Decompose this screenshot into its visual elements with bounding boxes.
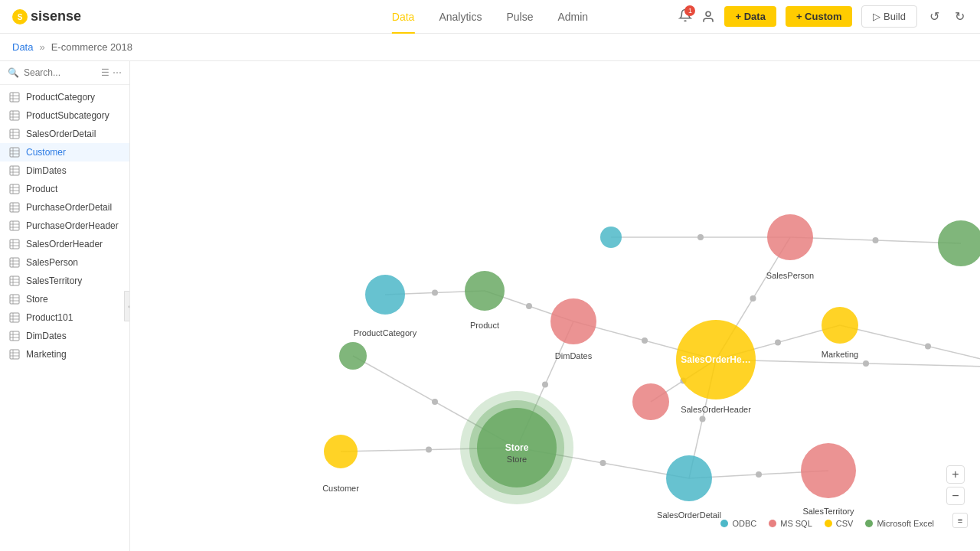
svg-rect-47 [10, 295, 19, 304]
logo-text: sisense [31, 8, 81, 24]
more-options-icon[interactable]: ⋯ [113, 67, 122, 78]
sidebar-item-customer[interactable]: Customer [0, 143, 129, 161]
graph-edge-midpoint [526, 303, 532, 309]
node-inner-label: Store [505, 442, 529, 453]
graph-node-cyantop[interactable] [600, 227, 622, 248]
sidebar-item-salesorderheader[interactable]: SalesOrderHeader [0, 235, 129, 253]
sidebar-item-store[interactable]: Store [0, 290, 129, 308]
graph-node-smallnode1[interactable] [339, 342, 367, 370]
sidebar-item-label: Customer [26, 147, 66, 158]
table-icon [9, 129, 20, 139]
sidebar-item-marketing[interactable]: Marketing [0, 345, 129, 364]
sidebar-item-salesterritory[interactable]: SalesTerritory [0, 272, 129, 290]
add-custom-button[interactable]: + Custom [786, 6, 853, 27]
sidebar-item-label: SalesOrderHeader [26, 239, 103, 249]
add-data-button[interactable]: + Data [724, 6, 776, 27]
legend: ODBC MS SQL CSV Microsoft Excel [720, 519, 934, 528]
sidebar-item-dimdates[interactable]: DimDates [0, 161, 129, 180]
svg-rect-55 [10, 331, 19, 341]
legend-label: ODBC [732, 519, 756, 528]
sidebar-item-label: PurchaseOrderHeader [26, 220, 119, 231]
node-circle [666, 455, 712, 501]
legend-dot [769, 520, 776, 527]
node-label: SalesOrderDetail [657, 510, 721, 520]
sidebar: 🔍 ☰ ⋯ ProductCategory [0, 61, 130, 551]
sidebar-item-product101[interactable]: Product101 [0, 308, 129, 327]
legend-item-odbc: ODBC [720, 519, 756, 528]
svg-rect-11 [10, 129, 19, 139]
breadcrumb-page: E-commerce 2018 [51, 41, 132, 53]
svg-point-2 [706, 11, 710, 16]
sidebar-item-label: PurchaseOrderDetail [26, 202, 112, 213]
graph-node-product[interactable]: Product [465, 271, 505, 330]
sidebar-item-productsubcategory[interactable]: ProductSubcategory [0, 106, 129, 125]
node-inner-label: SalesOrderHe… [681, 354, 750, 365]
sidebar-item-productcategory[interactable]: ProductCategory [0, 88, 129, 106]
table-icon [9, 349, 20, 360]
sidebar-item-label: ProductCategory [26, 92, 95, 103]
node-circle [938, 220, 980, 266]
network-graph: SalesOrderHeaderSalesOrderHe…StoreStoreP… [130, 61, 980, 551]
sidebar-item-salesorderdetail[interactable]: SalesOrderDetail [0, 125, 129, 143]
tab-analytics[interactable]: Analytics [439, 11, 482, 34]
tab-pulse[interactable]: Pulse [506, 11, 533, 34]
search-icon: 🔍 [8, 67, 19, 78]
search-input[interactable] [24, 67, 96, 78]
nav-right: 1 + Data + Custom ▷ Build ↺ ↻ [678, 5, 968, 28]
svg-rect-7 [10, 111, 19, 120]
legend-toggle-button[interactable]: ≡ [952, 513, 968, 528]
graph-node-biggreen[interactable] [938, 220, 980, 266]
undo-button[interactable]: ↺ [926, 6, 942, 27]
graph-node-marketing[interactable]: Marketing [822, 307, 858, 359]
table-icon [9, 165, 20, 176]
sidebar-item-salesperson[interactable]: SalesPerson [0, 253, 129, 272]
legend-label: Microsoft Excel [877, 519, 934, 528]
user-icon[interactable] [701, 10, 715, 24]
svg-rect-15 [10, 148, 19, 157]
graph-edge-midpoint [925, 344, 931, 350]
sidebar-item-purchaseorderdetail[interactable]: PurchaseOrderDetail [0, 198, 129, 217]
notifications[interactable]: 1 [678, 8, 692, 25]
breadcrumb-root[interactable]: Data [12, 41, 33, 53]
zoom-in-button[interactable]: + [946, 465, 965, 484]
sidebar-item-product[interactable]: Product [0, 180, 129, 198]
node-label: SalesPerson [766, 271, 814, 280]
graph-node-salesorderdetail[interactable]: SalesOrderDetail [657, 455, 721, 520]
tab-admin[interactable]: Admin [557, 11, 588, 34]
graph-node-salesorderheader[interactable]: SalesOrderHeaderSalesOrderHe… [676, 320, 756, 414]
sidebar-item-label: ProductSubcategory [26, 110, 109, 121]
list-view-icon[interactable]: ☰ [101, 67, 109, 78]
table-icon [9, 147, 20, 158]
node-circle [365, 275, 405, 315]
graph-node-customer[interactable]: Customer [322, 435, 359, 493]
sidebar-item-dimdates[interactable]: DimDates [0, 327, 129, 345]
sidebar-item-label: DimDates [26, 331, 67, 341]
legend-dot [865, 520, 873, 527]
main-layout: 🔍 ☰ ⋯ ProductCategory [0, 61, 980, 551]
graph-edge-midpoint [426, 447, 432, 453]
graph-node-salesperson[interactable]: SalesPerson [766, 214, 814, 280]
sidebar-search: 🔍 ☰ ⋯ [0, 61, 129, 85]
sidebar-item-label: DimDates [26, 165, 67, 176]
graph-node-productcategory[interactable]: ProductCategory [354, 275, 417, 337]
graph-node-dimdates[interactable]: DimDates [550, 298, 596, 360]
collapse-sidebar-button[interactable]: ‹ [124, 291, 130, 321]
zoom-out-button[interactable]: − [946, 487, 965, 505]
node-circle [339, 342, 367, 370]
table-icon [9, 220, 20, 231]
build-button[interactable]: ▷ Build [861, 5, 917, 28]
graph-node-salesterritory2[interactable]: SalesTerritory [801, 443, 856, 516]
sidebar-item-purchaseorderheader[interactable]: PurchaseOrderHeader [0, 217, 129, 235]
tab-data[interactable]: Data [392, 11, 415, 34]
graph-node-store[interactable]: StoreStore [460, 391, 573, 504]
legend-label: CSV [836, 519, 854, 528]
table-icon [9, 110, 20, 121]
node-circle [632, 383, 669, 420]
logo-icon: S [12, 9, 28, 24]
sidebar-item-label: Product101 [26, 312, 73, 323]
node-circle [767, 214, 813, 260]
table-icon [9, 239, 20, 249]
graph-edge-midpoint [700, 416, 706, 422]
redo-button[interactable]: ↻ [952, 6, 968, 27]
graph-node-smallnodedark1[interactable] [632, 383, 669, 420]
